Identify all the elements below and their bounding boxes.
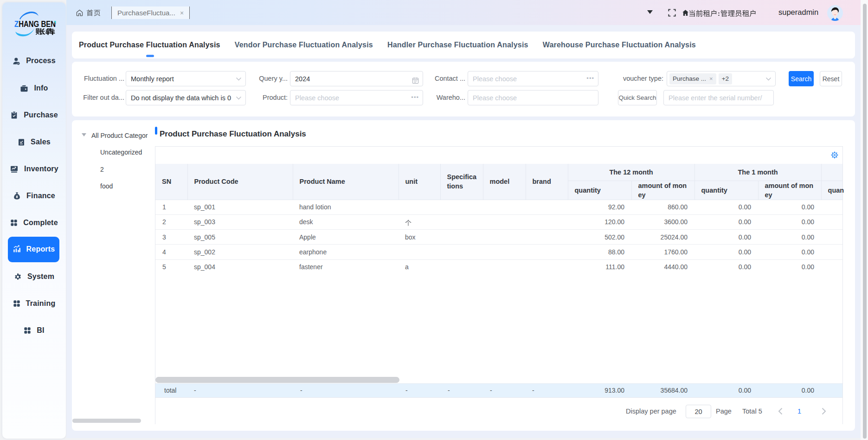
svg-text:ZHANG BEN: ZHANG BEN bbox=[14, 19, 56, 29]
